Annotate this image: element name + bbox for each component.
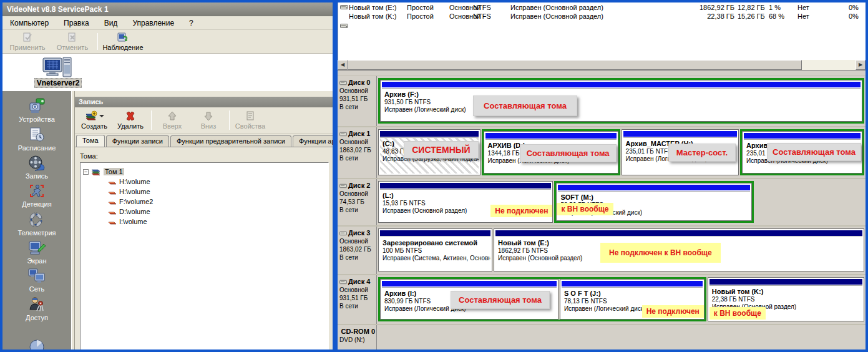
- create-volume-button[interactable]: Создать: [76, 109, 112, 132]
- sidebar-item-network[interactable]: Сеть: [2, 265, 71, 293]
- screenshot-canvas: VideoNet v8.8 ServicePack 1 Компьютер Пр…: [0, 0, 868, 352]
- sidebar-item-partial[interactable]: [2, 321, 71, 350]
- tree-item-volume[interactable]: F:\volume2: [83, 197, 326, 207]
- volume-m[interactable]: SOFT (M:) 58,59 ГБ NTFS Исправен (Логиче…: [556, 183, 751, 221]
- move-down-button[interactable]: Вниз: [190, 109, 227, 132]
- tree-root-row[interactable]: − Том 1: [83, 167, 326, 177]
- sidebar-label-record: Запись: [26, 172, 48, 180]
- menu-manage[interactable]: Управление: [132, 19, 174, 27]
- drive-icon: [340, 4, 348, 10]
- menu-view[interactable]: Вид: [104, 19, 118, 27]
- menu-computer[interactable]: Компьютер: [10, 19, 49, 27]
- scroll-left-button[interactable]: ◀: [338, 60, 348, 70]
- sidebar-item-detection[interactable]: Детекция: [2, 180, 71, 208]
- volume-free-pct: 68 %: [769, 12, 784, 20]
- properties-label: Свойства: [235, 122, 265, 130]
- videonet-menubar: Компьютер Правка Вид Управление ?: [2, 16, 333, 30]
- devices-camera-icon: [27, 97, 46, 115]
- scrollbar-track[interactable]: [802, 60, 856, 70]
- tab-prerecord-functions[interactable]: Функции предварительной записи: [170, 135, 291, 147]
- volume-j[interactable]: S O F T (J:) 78,13 ГБ NTFS Исправен (Лог…: [560, 279, 705, 320]
- tree-item-volume[interactable]: D:\volume: [83, 207, 326, 217]
- menu-help[interactable]: ?: [189, 19, 193, 27]
- panel-toolbar-separator-1: [151, 110, 152, 130]
- create-dropdown-caret[interactable]: [99, 115, 104, 117]
- horizontal-scrollbar[interactable]: ◀ ▶: [338, 60, 866, 70]
- volume-system-reserved[interactable]: Зарезервировано системой 100 МБ NTFS Исп…: [378, 228, 492, 271]
- volume-e[interactable]: Новый том (E:) 1862,92 ГБ NTFS Исправен …: [494, 228, 864, 271]
- volume-layout: Простой: [407, 12, 434, 20]
- move-up-button[interactable]: Вверх: [154, 109, 190, 132]
- record-panel-title: Запись: [79, 98, 103, 105]
- volume-c[interactable]: (C:) 48,83 ГБ NTFS Исправен (Загрузка, Ф…: [378, 129, 480, 175]
- volume-i[interactable]: Архив (I:) 830,99 ГБ NTFS Исправен (Логи…: [380, 279, 558, 320]
- volume-l[interactable]: (L:) 15,93 ГБ NTFS Исправен (Основной ра…: [378, 181, 553, 223]
- disk2-label[interactable]: Диск 2 Основной 74,53 ГБ В сети: [338, 179, 377, 225]
- tab-archive-functions[interactable]: Функции архивации: [293, 135, 333, 147]
- volume-segment-icon: [108, 199, 117, 205]
- primary-partition-header: [380, 131, 479, 137]
- tree-root-label[interactable]: Том 1: [104, 168, 124, 175]
- properties-button[interactable]: Свойства: [232, 109, 268, 132]
- sidebar-item-devices[interactable]: Устройства: [2, 95, 71, 123]
- volume-overhead: 0%: [849, 4, 859, 11]
- annotation-composing: Составляющая тома: [767, 143, 861, 161]
- sidebar-label-devices: Устройства: [19, 115, 55, 123]
- disk-icon: [339, 279, 347, 285]
- observe-button[interactable]: Наблюдение: [100, 31, 145, 52]
- videonet-titlebar[interactable]: VideoNet v8.8 ServicePack 1: [2, 2, 333, 16]
- tree-item-label: D:\volume: [119, 208, 150, 215]
- tree-expander[interactable]: −: [83, 169, 89, 175]
- access-icon: [27, 296, 46, 313]
- tree-item-volume[interactable]: I:\volume: [83, 217, 326, 227]
- cdrom-label[interactable]: CD-ROM 0 DVD (N:): [338, 325, 377, 350]
- tree-item-volume[interactable]: H:\volume: [83, 177, 326, 187]
- disk-management-window: Новый том (E:) Простой Основной NTFS Исп…: [335, 0, 868, 352]
- tree-item-volume[interactable]: H:\volume: [83, 187, 326, 197]
- volume-d[interactable]: АРХИВ (D:) 1344,18 ГБ NTFS Исправен (Лог…: [484, 131, 618, 174]
- sidebar-item-telemetry[interactable]: Телеметрия: [2, 208, 71, 236]
- cancel-button[interactable]: Отменить: [50, 31, 95, 52]
- disk3-label[interactable]: Диск 3 Основной 1863,02 ГБ В сети: [338, 227, 377, 274]
- empty-media-track: [378, 327, 864, 348]
- volume-free: 12,82 ГБ: [738, 4, 764, 11]
- disk4-label[interactable]: Диск 4 Основной 931,51 ГБ В сети: [338, 275, 377, 324]
- volume-row-e[interactable]: Новый том (E:) Простой Основной NTFS Исп…: [338, 4, 866, 12]
- volume-f[interactable]: Архив (F:) 931,50 ГБ NTFS Исправен (Логи…: [380, 80, 862, 122]
- disk1-label[interactable]: Диск 1 Основной 1863,02 ГБ В сети: [338, 127, 377, 178]
- volume-h[interactable]: Архив_МАСТЕР (H:) 235,01 ГБ NTFS Исправе…: [622, 129, 739, 175]
- record-panel-tabs: Тома Функции записи Функции предваритель…: [75, 134, 333, 147]
- up-arrow-icon: [167, 110, 178, 122]
- sidebar-label-schedule: Расписание: [18, 144, 56, 152]
- sidebar-label-access: Доступ: [26, 314, 48, 321]
- server-item[interactable]: Vnetserver2: [21, 57, 95, 88]
- disk0-label[interactable]: Диск 0 Основной 931,51 ГБ В сети: [338, 76, 377, 126]
- tree-item-label: H:\volume: [119, 188, 150, 195]
- disk-icon: [339, 183, 347, 188]
- panel-divider: [338, 70, 866, 76]
- network-icon: [27, 267, 46, 285]
- record-panel-toolbar: Создать Удалить Вверх Вниз: [75, 107, 333, 134]
- volume-g[interactable]: Архив (G:) 235,01 ГБ NTFS Исправен (Логи…: [742, 131, 862, 174]
- sidebar-item-schedule[interactable]: Расписание: [2, 123, 71, 151]
- sidebar-item-screen[interactable]: Экран: [2, 237, 71, 265]
- volume-k[interactable]: Новый том (K:) 22,38 ГБ NTFS Исправен (О…: [708, 277, 864, 321]
- sidebar-item-access[interactable]: Доступ: [2, 293, 71, 321]
- delete-label: Удалить: [117, 122, 144, 130]
- apply-button[interactable]: Применить: [5, 31, 50, 52]
- volume-group-icon: [91, 168, 101, 176]
- volumes-tree[interactable]: − Том 1 H:\volume H:\volume: [80, 162, 329, 350]
- volume-status: Исправен (Основной раздел): [510, 4, 603, 11]
- delete-volume-button[interactable]: Удалить: [112, 109, 149, 132]
- volume-row-k[interactable]: Новый том (K:) Простой Основной NTFS Исп…: [338, 12, 866, 21]
- disk-graph-area: Диск 0 Основной 931,51 ГБ В сети Архив (…: [338, 76, 866, 350]
- apply-label: Применить: [10, 44, 46, 51]
- sidebar-item-record[interactable]: Запись: [2, 152, 71, 180]
- menu-edit[interactable]: Правка: [64, 19, 89, 27]
- record-reel-icon: [27, 154, 46, 172]
- logical-drive-header: [562, 281, 703, 286]
- scroll-right-button[interactable]: ▶: [856, 60, 866, 70]
- tab-volumes[interactable]: Тома: [76, 135, 105, 147]
- scrollbar-thumb[interactable]: [348, 60, 802, 70]
- tab-record-functions[interactable]: Функции записи: [106, 135, 169, 147]
